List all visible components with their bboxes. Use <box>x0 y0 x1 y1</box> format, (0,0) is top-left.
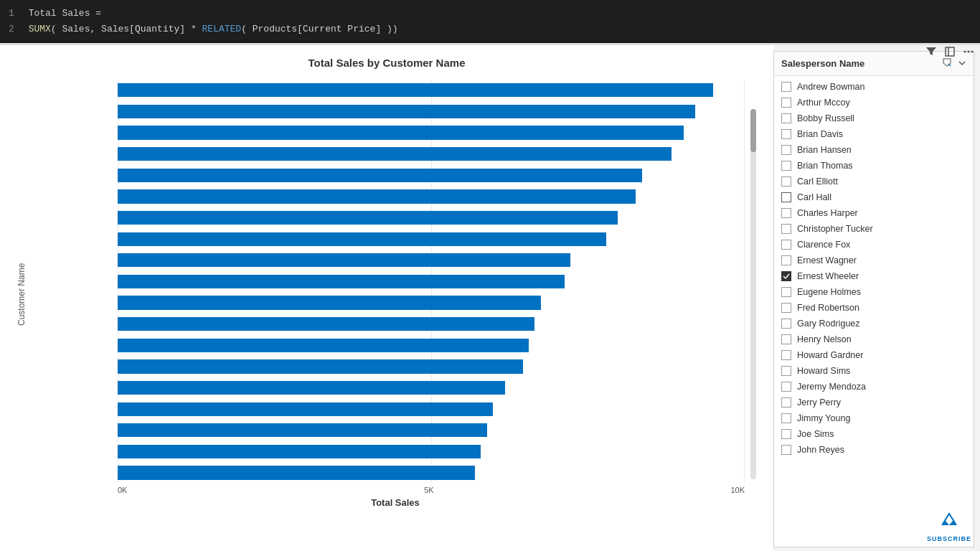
filter-list-item[interactable]: Gary Rodriguez <box>774 316 974 331</box>
filter-checkbox[interactable] <box>781 208 791 218</box>
bar-row[interactable]: Daniel Berry <box>118 187 745 207</box>
expand-icon[interactable] <box>944 46 956 60</box>
bar-rect <box>118 211 618 225</box>
bar-row[interactable]: Patrick Brown <box>118 442 745 462</box>
filter-item-label: Christopher Tucker <box>797 224 873 234</box>
filter-list-item[interactable]: Clarence Fox <box>774 237 974 253</box>
filter-item-label: Brian Hansen <box>797 145 852 155</box>
bar-row[interactable]: Mark Montgomery <box>118 463 745 483</box>
filter-list-item[interactable]: Charles Harper <box>774 205 974 221</box>
code-editor[interactable]: 1 Total Sales = 2 SUMX( Sales, Sales[Qua… <box>0 0 980 43</box>
bar-row[interactable]: Peter Boyd <box>118 102 745 122</box>
bar-rect <box>118 275 565 288</box>
bar-row[interactable]: Henry Cox <box>118 229 745 249</box>
bar-rect <box>118 317 534 331</box>
filter-checkbox[interactable] <box>781 319 791 329</box>
filter-checkbox[interactable] <box>781 271 791 281</box>
x-tick-10k: 10K <box>730 486 745 494</box>
subscribe-text: SUBSCRIBE <box>927 535 971 542</box>
filter-list-item[interactable]: Ernest Wagner <box>774 253 974 268</box>
bar-row[interactable]: Christopher Wright <box>118 314 745 334</box>
filter-item-label: Jimmy Young <box>797 413 850 423</box>
filter-checkbox[interactable] <box>781 413 791 423</box>
filter-list-item[interactable]: Joe Sims <box>774 426 974 442</box>
filter-checkbox[interactable] <box>781 255 791 265</box>
filter-checkbox[interactable] <box>781 113 791 123</box>
bar-rect <box>118 126 684 139</box>
bar-row[interactable]: Paul Holmes <box>118 336 745 356</box>
bar-row[interactable]: Phillip Harvey <box>118 80 745 100</box>
filter-list-item[interactable]: Fred Robertson <box>774 300 974 316</box>
more-options-icon[interactable] <box>963 46 974 60</box>
bar-row[interactable]: Raymond Allen <box>118 208 745 228</box>
filter-list-item[interactable]: Jerry Perry <box>774 395 974 410</box>
filter-checkbox[interactable] <box>781 287 791 297</box>
bar-row[interactable]: Larry Ross <box>118 399 745 419</box>
filter-item-label: Clarence Fox <box>797 240 850 250</box>
filter-list-item[interactable]: Andrew Bowman <box>774 79 974 95</box>
bar-row[interactable]: Willie Harrison <box>118 378 745 398</box>
filter-list-item[interactable]: Brian Thomas <box>774 158 974 174</box>
filter-item-label: Eugene Holmes <box>797 287 861 297</box>
bar-rect <box>118 359 523 373</box>
bar-rect <box>118 339 529 352</box>
filter-checkbox[interactable] <box>781 350 791 360</box>
filter-list-item[interactable]: Jeremy Mendoza <box>774 379 974 395</box>
filter-item-label: Bobby Russell <box>797 113 854 123</box>
filter-checkbox[interactable] <box>781 429 791 439</box>
filter-checkbox[interactable] <box>781 129 791 139</box>
bar-row[interactable]: Larry Freeman <box>118 144 745 164</box>
filter-list-item[interactable]: Jimmy Young <box>774 410 974 426</box>
filter-item-label: Howard Sims <box>797 366 850 376</box>
filter-checkbox[interactable] <box>781 224 791 234</box>
filter-checkbox[interactable] <box>781 382 791 392</box>
filter-list-item[interactable]: Eugene Holmes <box>774 284 974 300</box>
filter-checkbox[interactable] <box>781 366 791 376</box>
filter-item-label: Howard Gardner <box>797 350 863 360</box>
filter-icon[interactable] <box>925 46 937 60</box>
filter-checkbox[interactable] <box>781 98 791 108</box>
filter-checkbox[interactable] <box>781 161 791 171</box>
bar-rect <box>118 83 713 97</box>
filter-list-item[interactable]: John Reyes <box>774 442 974 458</box>
x-tick-5k: 5K <box>424 486 433 494</box>
code-table: Sales, <box>62 24 101 34</box>
bar-rect <box>118 296 541 309</box>
filter-panel: Salesperson Name Andrew BowmanArthur Mcc… <box>773 51 974 547</box>
code-related-keyword: RELATED <box>202 24 242 34</box>
filter-list-item[interactable]: Howard Gardner <box>774 347 974 363</box>
bar-row[interactable]: Frank Schmidt <box>118 250 745 270</box>
filter-item-label: Carl Elliott <box>797 176 838 187</box>
bar-row[interactable]: Samuel Hamilton <box>118 293 745 313</box>
svg-point-3 <box>968 51 970 53</box>
filter-list[interactable]: Andrew BowmanArthur MccoyBobby RussellBr… <box>774 76 974 547</box>
filter-list-item[interactable]: Carl Hall <box>774 189 974 205</box>
filter-checkbox[interactable] <box>781 445 791 455</box>
filter-list-item[interactable]: Henry Nelson <box>774 331 974 347</box>
filter-checkbox[interactable] <box>781 192 791 202</box>
filter-list-item[interactable]: Brian Davis <box>774 126 974 142</box>
bar-row[interactable]: Ryan Price <box>118 123 745 143</box>
chart-scrollbar[interactable] <box>750 109 756 479</box>
filter-list-item[interactable]: Arthur Mccoy <box>774 95 974 110</box>
bar-row[interactable]: Bruce Armstrong <box>118 272 745 292</box>
filter-list-item[interactable]: Ernest Wheeler <box>774 268 974 284</box>
filter-item-label: Fred Robertson <box>797 303 859 313</box>
filter-checkbox[interactable] <box>781 145 791 155</box>
filter-list-item[interactable]: Bobby Russell <box>774 110 974 126</box>
bar-row[interactable]: Keith Murray <box>118 420 745 441</box>
filter-list-item[interactable]: Brian Hansen <box>774 142 974 158</box>
bar-row[interactable]: Aaron Day <box>118 166 745 186</box>
filter-checkbox[interactable] <box>781 303 791 313</box>
filter-checkbox[interactable] <box>781 240 791 250</box>
filter-checkbox[interactable] <box>781 82 791 92</box>
chart-scrollbar-thumb[interactable] <box>750 109 756 152</box>
filter-checkbox[interactable] <box>781 397 791 408</box>
bar-row[interactable]: Randy Webb <box>118 357 745 377</box>
filter-checkbox[interactable] <box>781 334 791 344</box>
filter-list-item[interactable]: Howard Sims <box>774 363 974 379</box>
filter-checkbox[interactable] <box>781 176 791 187</box>
filter-list-item[interactable]: Christopher Tucker <box>774 221 974 237</box>
filter-list-item[interactable]: Carl Elliott <box>774 174 974 189</box>
subscribe-area[interactable]: SUBSCRIBE <box>927 511 971 542</box>
